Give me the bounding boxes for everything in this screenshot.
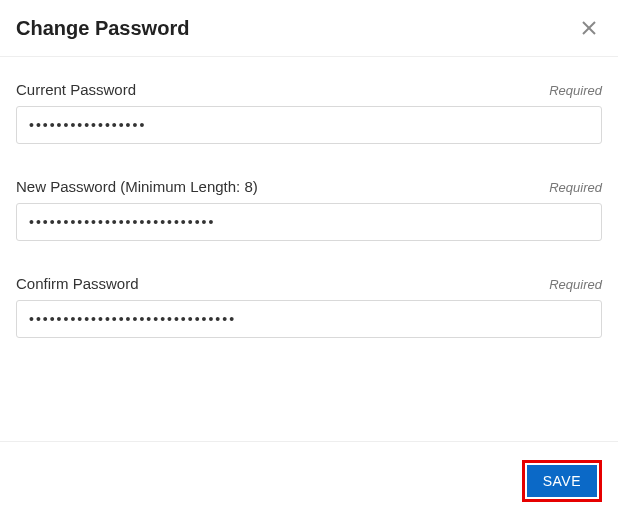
current-password-label: Current Password xyxy=(16,81,136,98)
new-password-label: New Password (Minimum Length: 8) xyxy=(16,178,258,195)
dialog-title: Change Password xyxy=(16,17,189,40)
close-button[interactable] xyxy=(576,14,602,42)
current-password-field: Current Password Required xyxy=(16,81,602,144)
field-label-row: Confirm Password Required xyxy=(16,275,602,292)
confirm-password-field: Confirm Password Required xyxy=(16,275,602,338)
confirm-password-label: Confirm Password xyxy=(16,275,139,292)
required-indicator: Required xyxy=(549,83,602,98)
save-button[interactable]: SAVE xyxy=(527,465,597,497)
dialog-footer: SAVE xyxy=(0,441,618,516)
change-password-dialog: Change Password Current Password Require… xyxy=(0,0,618,516)
current-password-input[interactable] xyxy=(16,106,602,144)
dialog-body: Current Password Required New Password (… xyxy=(0,57,618,441)
save-button-highlight: SAVE xyxy=(522,460,602,502)
close-icon xyxy=(582,17,596,39)
required-indicator: Required xyxy=(549,277,602,292)
dialog-header: Change Password xyxy=(0,0,618,57)
field-label-row: Current Password Required xyxy=(16,81,602,98)
confirm-password-input[interactable] xyxy=(16,300,602,338)
new-password-input[interactable] xyxy=(16,203,602,241)
required-indicator: Required xyxy=(549,180,602,195)
new-password-field: New Password (Minimum Length: 8) Require… xyxy=(16,178,602,241)
field-label-row: New Password (Minimum Length: 8) Require… xyxy=(16,178,602,195)
